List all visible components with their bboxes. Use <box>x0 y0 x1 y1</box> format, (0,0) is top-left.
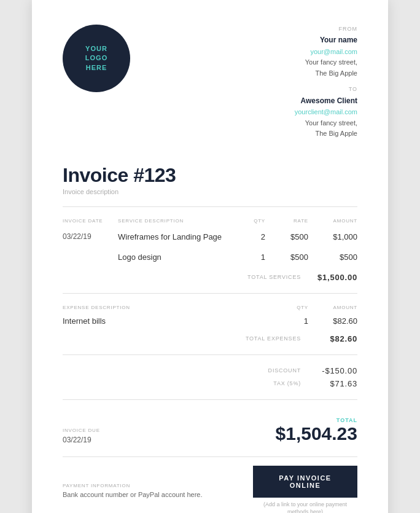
services-section: INVOICE DATE SERVICE DESCRIPTION QTY RAT… <box>63 218 357 282</box>
to-email: yourclient@mail.com <box>295 107 357 118</box>
service-qty-1: 2 <box>241 232 265 241</box>
expense-qty-1: 1 <box>271 316 308 326</box>
invoice-header: YOUR LOGO HERE FROM Your name your@mail.… <box>63 25 357 146</box>
from-name: Your name <box>295 34 357 46</box>
service-rate-1: $500 <box>265 232 308 241</box>
to-street: Your fancy street, <box>295 118 357 129</box>
from-label: FROM <box>295 25 357 33</box>
header-expense-desc: EXPENSE DESCRIPTION <box>63 305 271 310</box>
invoice-title-block: Invoice #123 Invoice description <box>63 164 357 195</box>
divider-1 <box>63 206 357 207</box>
tax-row: TAX (5%) $71.63 <box>63 379 357 388</box>
discount-value: -$150.00 <box>308 366 357 375</box>
expense-desc-1: Internet bills <box>63 316 271 326</box>
pay-button-block: PAY INVOICE ONLINE (Add a link to your o… <box>253 466 357 513</box>
divider-3 <box>63 354 357 355</box>
service-rate-2: $500 <box>265 253 308 262</box>
from-email: your@mail.com <box>295 47 357 58</box>
footer-total-section: INVOICE DUE 03/22/19 TOTAL $1,504.23 <box>63 411 357 444</box>
total-label: TOTAL <box>276 417 357 423</box>
divider-2 <box>63 293 357 294</box>
discount-row: DISCOUNT -$150.00 <box>63 366 357 375</box>
payment-section: PAYMENT INFORMATION Bank account number … <box>63 456 357 513</box>
service-desc-2: Logo design <box>118 253 241 262</box>
due-label: INVOICE DUE <box>63 428 100 433</box>
due-date: 03/22/19 <box>63 436 100 444</box>
payment-info-text: Bank account number or PayPal account he… <box>63 491 202 498</box>
payment-info-label: PAYMENT INFORMATION <box>63 483 202 488</box>
header-rate: RATE <box>265 218 308 224</box>
total-block: TOTAL $1,504.23 <box>276 417 357 444</box>
from-city: The Big Apple <box>295 68 357 79</box>
expense-amount-1: $82.60 <box>308 316 357 326</box>
expenses-section: EXPENSE DESCRIPTION QTY AMOUNT Internet … <box>63 305 357 343</box>
service-row-1: 03/22/19 Wireframes for Landing Page 2 $… <box>63 232 357 241</box>
logo: YOUR LOGO HERE <box>63 25 130 92</box>
service-qty-2: 1 <box>241 253 265 262</box>
logo-line2: LOGO <box>85 53 107 63</box>
total-value: $1,504.23 <box>276 423 357 444</box>
header-invoice-date: INVOICE DATE <box>63 218 118 224</box>
service-date-1: 03/22/19 <box>63 232 118 241</box>
expenses-total-label: TOTAL EXPENSES <box>235 335 308 342</box>
header-amount: AMOUNT <box>308 218 357 224</box>
expenses-total-value: $82.60 <box>308 334 357 343</box>
expenses-total-row: TOTAL EXPENSES $82.60 <box>63 334 357 343</box>
services-total-row: TOTAL SERVICES $1,500.00 <box>63 273 357 282</box>
pay-note: (Add a link to your online payment metho… <box>253 501 357 513</box>
invoice-document: YOUR LOGO HERE FROM Your name your@mail.… <box>32 0 388 513</box>
service-amount-2: $500 <box>308 253 357 262</box>
divider-4 <box>63 399 357 400</box>
invoice-description: Invoice description <box>63 188 357 195</box>
to-city: The Big Apple <box>295 128 357 139</box>
invoice-due-block: INVOICE DUE 03/22/19 <box>63 428 100 444</box>
services-total-value: $1,500.00 <box>308 273 357 282</box>
header-qty: QTY <box>241 218 265 224</box>
service-row-2: Logo design 1 $500 $500 <box>63 253 357 262</box>
tax-value: $71.63 <box>308 379 357 388</box>
service-desc-1: Wireframes for Landing Page <box>118 232 241 241</box>
header-exp-amount: AMOUNT <box>308 305 357 310</box>
to-name: Awesome Client <box>295 95 357 107</box>
tax-label: TAX (5%) <box>235 380 308 386</box>
discount-label: DISCOUNT <box>235 367 308 374</box>
services-total-label: TOTAL SERVICES <box>235 274 308 280</box>
payment-info-block: PAYMENT INFORMATION Bank account number … <box>63 483 202 498</box>
from-section: FROM Your name your@mail.com Your fancy … <box>295 25 357 79</box>
header-service-desc: SERVICE DESCRIPTION <box>118 218 241 224</box>
to-label: TO <box>295 85 357 93</box>
to-section: TO Awesome Client yourclient@mail.com Yo… <box>295 85 357 139</box>
logo-line1: YOUR <box>85 44 107 53</box>
services-table-header: INVOICE DATE SERVICE DESCRIPTION QTY RAT… <box>63 218 357 226</box>
invoice-title: Invoice #123 <box>63 164 357 187</box>
expenses-table-header: EXPENSE DESCRIPTION QTY AMOUNT <box>63 305 357 310</box>
expense-row-1: Internet bills 1 $82.60 <box>63 316 357 326</box>
header-exp-qty: QTY <box>271 305 308 310</box>
from-to-container: FROM Your name your@mail.com Your fancy … <box>295 25 357 146</box>
pay-invoice-button[interactable]: PAY INVOICE ONLINE <box>253 466 357 498</box>
from-street: Your fancy street, <box>295 57 357 68</box>
logo-line3: HERE <box>86 63 107 72</box>
service-amount-1: $1,000 <box>308 232 357 241</box>
